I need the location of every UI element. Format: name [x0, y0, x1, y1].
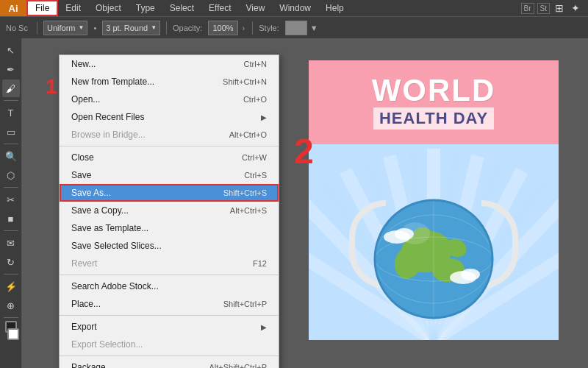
- menu-package-shortcut: Alt+Shift+Ctrl+P: [209, 363, 267, 368]
- uniform-select[interactable]: Uniform ▼: [43, 21, 87, 35]
- menu-new-template-label: New from Template...: [71, 77, 154, 87]
- menu-right: Br St ⊞ ✦: [521, 2, 588, 14]
- svg-point-30: [401, 222, 430, 244]
- zoom-tool[interactable]: 🔍: [2, 147, 20, 165]
- shape-tool[interactable]: ▭: [2, 123, 20, 141]
- menu-browse-bridge: Browse in Bridge... Alt+Ctrl+O: [60, 126, 279, 144]
- menu-save-copy-shortcut: Alt+Ctrl+S: [230, 206, 267, 215]
- dropdown-sep-3: [60, 315, 279, 316]
- menu-export-label: Export: [71, 322, 97, 332]
- canvas-area: 1 2: [22, 38, 588, 368]
- select-tool[interactable]: ↖: [2, 41, 20, 59]
- menu-save-as-shortcut: Shift+Ctrl+S: [223, 188, 267, 197]
- style-chevron[interactable]: ▼: [310, 24, 318, 32]
- menu-help[interactable]: Help: [318, 0, 351, 16]
- menu-new-template[interactable]: New from Template... Shift+Ctrl+N: [60, 73, 279, 91]
- toolbar: No Sc Uniform ▼ • 3 pt. Round ▼ Opacity:…: [0, 16, 588, 38]
- menu-browse-bridge-label: Browse in Bridge...: [71, 130, 146, 140]
- menu-save-template-label: Save as Template...: [71, 223, 148, 233]
- menu-save-template[interactable]: Save as Template...: [60, 219, 279, 237]
- stock-icon[interactable]: St: [537, 3, 550, 14]
- menu-package[interactable]: Package... Alt+Shift+Ctrl+P: [60, 358, 279, 368]
- scale-tool[interactable]: ⊕: [2, 297, 20, 314]
- world-text: WORLD: [309, 75, 559, 106]
- stroke-color[interactable]: [7, 328, 19, 340]
- menu-close-shortcut: Ctrl+W: [242, 153, 267, 162]
- menu-save-shortcut: Ctrl+S: [244, 171, 267, 180]
- tool-sep-6: [4, 317, 18, 318]
- menu-place[interactable]: Place... Shift+Ctrl+P: [60, 295, 279, 313]
- artboard: WORLD HEALTH DAY: [309, 60, 559, 340]
- menu-close-label: Close: [71, 152, 94, 163]
- menu-save[interactable]: Save Ctrl+S: [60, 166, 279, 184]
- menu-file[interactable]: File: [26, 0, 58, 16]
- pen-tool[interactable]: ✒: [2, 60, 20, 78]
- size-select[interactable]: 3 pt. Round ▼: [102, 21, 160, 35]
- artboard-background: WORLD HEALTH DAY: [309, 60, 559, 340]
- menu-close[interactable]: Close Ctrl+W: [60, 149, 279, 166]
- menu-open-label: Open...: [71, 94, 100, 105]
- dropdown-sep-1: [60, 146, 279, 146]
- menu-browse-bridge-shortcut: Alt+Ctrl+O: [229, 130, 267, 139]
- type-tool[interactable]: T: [2, 104, 20, 121]
- opacity-value[interactable]: 100%: [208, 21, 237, 35]
- tool-sep-1: [4, 100, 18, 101]
- main-area: ↖ ✒ 🖌 T ▭ 🔍 ⬡ ✂ ■ ✉ ↻ ⚡ ⊕ 1 2: [0, 38, 588, 368]
- menu-place-label: Place...: [71, 299, 101, 309]
- menu-open-recent-label: Open Recent Files: [71, 112, 144, 122]
- menu-save-slices[interactable]: Save Selected Slices...: [60, 237, 279, 255]
- toolbar-sep-1: [37, 21, 37, 35]
- menu-window[interactable]: Window: [272, 0, 318, 16]
- menu-revert-shortcut: F12: [253, 259, 267, 268]
- size-label: 3 pt. Round: [106, 24, 148, 32]
- step-label-1: 1: [46, 77, 57, 97]
- menu-save-label: Save: [71, 170, 91, 180]
- menu-select[interactable]: Select: [162, 0, 201, 16]
- menu-new-template-shortcut: Shift+Ctrl+N: [223, 77, 267, 86]
- dropdown-sep-2: [60, 275, 279, 275]
- style-value[interactable]: [285, 21, 307, 35]
- dot-sep: •: [93, 24, 96, 32]
- menu-edit[interactable]: Edit: [58, 0, 88, 16]
- tool-sep-4: [4, 230, 18, 231]
- menu-view[interactable]: View: [239, 0, 273, 16]
- menu-save-copy-label: Save a Copy...: [71, 205, 129, 216]
- uniform-label: Uniform: [47, 24, 76, 32]
- menu-package-label: Package...: [71, 362, 113, 368]
- menu-effect[interactable]: Effect: [201, 0, 238, 16]
- menu-place-shortcut: Shift+Ctrl+P: [223, 300, 267, 308]
- menu-items: Edit Object Type Select Effect View Wind…: [58, 0, 351, 16]
- opacity-arrow[interactable]: ›: [243, 24, 245, 32]
- search-icon[interactable]: ✦: [569, 2, 582, 14]
- workspace-icon[interactable]: ⊞: [553, 2, 566, 14]
- menu-open[interactable]: Open... Ctrl+O: [60, 91, 279, 108]
- opacity-label: Opacity:: [173, 24, 202, 32]
- menu-export[interactable]: Export ▶: [60, 318, 279, 336]
- polygon-tool[interactable]: ⬡: [2, 166, 20, 184]
- eyedropper-tool[interactable]: ✉: [2, 234, 20, 252]
- gradient-tool[interactable]: ■: [2, 210, 20, 227]
- menu-open-shortcut: Ctrl+O: [243, 95, 267, 104]
- menu-new[interactable]: New... Ctrl+N: [60, 55, 279, 73]
- globe-container: [368, 193, 500, 325]
- file-dropdown-menu: New... Ctrl+N New from Template... Shift…: [59, 54, 279, 368]
- menu-open-recent[interactable]: Open Recent Files ▶: [60, 108, 279, 126]
- menu-type[interactable]: Type: [129, 0, 162, 16]
- brush-tool[interactable]: 🖌: [2, 79, 20, 97]
- menu-export-selection-label: Export Selection...: [71, 339, 143, 350]
- rotate-tool[interactable]: ↻: [2, 253, 20, 271]
- menu-save-copy[interactable]: Save a Copy... Alt+Ctrl+S: [60, 202, 279, 219]
- menu-object[interactable]: Object: [88, 0, 129, 16]
- toolbox: ↖ ✒ 🖌 T ▭ 🔍 ⬡ ✂ ■ ✉ ↻ ⚡ ⊕: [0, 38, 22, 368]
- menu-export-selection: Export Selection...: [60, 336, 279, 353]
- style-label: Style:: [259, 24, 279, 32]
- size-chevron: ▼: [151, 24, 157, 31]
- menu-save-as[interactable]: Save As... Shift+Ctrl+S: [60, 184, 279, 202]
- svg-point-29: [461, 269, 480, 280]
- menu-search-stock[interactable]: Search Adobe Stock...: [60, 277, 279, 295]
- menu-save-slices-label: Save Selected Slices...: [71, 241, 162, 251]
- bridge-icon[interactable]: Br: [521, 3, 534, 14]
- scissors-tool[interactable]: ✂: [2, 191, 20, 208]
- warp-tool[interactable]: ⚡: [2, 277, 20, 295]
- tool-sep-5: [4, 274, 18, 275]
